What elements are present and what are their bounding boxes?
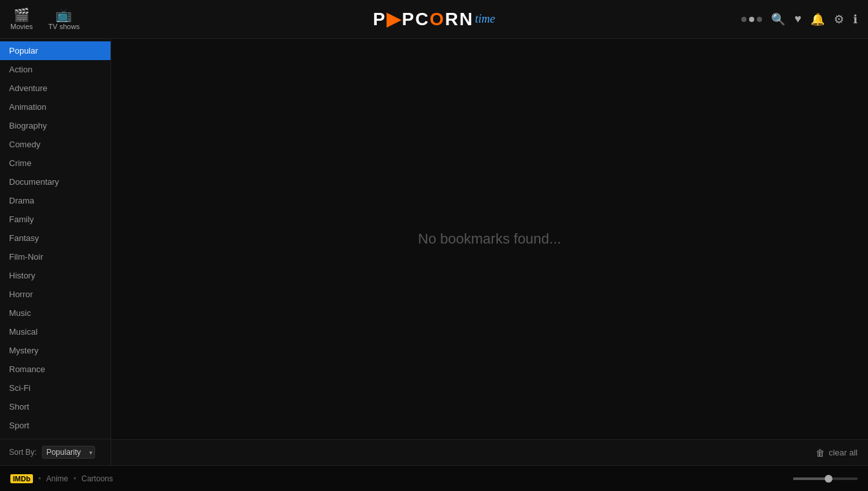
sort-label: Sort By:	[9, 448, 37, 457]
genre-item-biography[interactable]: Biography	[0, 116, 111, 135]
genre-item-family[interactable]: Family	[0, 210, 111, 229]
clear-all-label: clear all	[829, 448, 858, 457]
slider-area	[793, 477, 858, 480]
separator1: •	[38, 474, 41, 483]
sidebar: PopularActionAdventureAnimationBiography…	[0, 39, 111, 465]
sort-wrapper: PopularityRatingYearTitle ▾	[42, 446, 95, 459]
bottom-links: IMDb • Anime • Cartoons	[10, 474, 113, 483]
genre-item-animation[interactable]: Animation	[0, 98, 111, 116]
header-right: 🔍 ♥ 🔔 ⚙ ℹ	[741, 12, 858, 26]
genre-item-musical[interactable]: Musical	[0, 322, 111, 341]
settings-icon[interactable]: ⚙	[834, 12, 844, 26]
genre-item-sci-fi[interactable]: Sci-Fi	[0, 379, 111, 397]
movies-icon: 🎬	[14, 8, 30, 21]
genre-item-fantasy[interactable]: Fantasy	[0, 229, 111, 247]
genre-item-history[interactable]: History	[0, 266, 111, 285]
dots-area	[741, 17, 762, 22]
bottom-bar: IMDb • Anime • Cartoons	[0, 465, 868, 491]
separator2: •	[73, 474, 76, 483]
genre-item-film-noir[interactable]: Film-Noir	[0, 247, 111, 266]
anime-link[interactable]: Anime	[46, 474, 68, 483]
slider-fill	[793, 477, 829, 480]
nav-movies[interactable]: 🎬 Movies	[10, 8, 33, 30]
sidebar-footer: Sort By: PopularityRatingYearTitle ▾	[0, 439, 111, 465]
logo: P▶PCORN time	[373, 8, 495, 30]
genre-item-documentary[interactable]: Documentary	[0, 172, 111, 191]
info-icon[interactable]: ℹ	[853, 12, 858, 26]
empty-message: No bookmarks found...	[418, 231, 561, 247]
tvshows-label: TV shows	[48, 23, 79, 30]
sort-select[interactable]: PopularityRatingYearTitle	[42, 446, 95, 459]
content-area: No bookmarks found... 🗑 clear all	[111, 39, 868, 465]
genre-item-drama[interactable]: Drama	[0, 191, 111, 210]
content-main: No bookmarks found...	[111, 39, 868, 439]
notifications-icon[interactable]: 🔔	[810, 12, 825, 26]
logo-text: P▶PCORN	[373, 8, 474, 30]
slider-track[interactable]	[793, 477, 858, 480]
genre-item-popular[interactable]: Popular	[0, 41, 111, 60]
genre-list: PopularActionAdventureAnimationBiography…	[0, 39, 111, 439]
slider-thumb[interactable]	[825, 475, 832, 483]
genre-item-mystery[interactable]: Mystery	[0, 341, 111, 360]
genre-item-crime[interactable]: Crime	[0, 154, 111, 172]
header: 🎬 Movies 📺 TV shows P▶PCORN time 🔍 ♥ 🔔 ⚙…	[0, 0, 868, 39]
main-layout: PopularActionAdventureAnimationBiography…	[0, 39, 868, 465]
trash-icon: 🗑	[816, 448, 825, 458]
dot2	[749, 17, 754, 22]
genre-item-sport[interactable]: Sport	[0, 416, 111, 435]
genre-item-romance[interactable]: Romance	[0, 360, 111, 379]
genre-item-short[interactable]: Short	[0, 397, 111, 416]
genre-item-horror[interactable]: Horror	[0, 285, 111, 304]
tvshows-icon: 📺	[56, 8, 72, 21]
cartoons-link[interactable]: Cartoons	[81, 474, 113, 483]
dot3	[757, 17, 762, 22]
search-icon[interactable]: 🔍	[771, 12, 785, 26]
movies-label: Movies	[10, 23, 33, 30]
dot1	[741, 17, 746, 22]
genre-item-music[interactable]: Music	[0, 304, 111, 322]
bookmarks-icon[interactable]: ♥	[794, 12, 801, 26]
logo-time: time	[475, 12, 495, 26]
genre-item-adventure[interactable]: Adventure	[0, 79, 111, 98]
content-footer: 🗑 clear all	[111, 439, 868, 465]
genre-item-comedy[interactable]: Comedy	[0, 135, 111, 154]
genre-item-action[interactable]: Action	[0, 60, 111, 79]
header-left: 🎬 Movies 📺 TV shows	[10, 8, 79, 30]
imdb-badge[interactable]: IMDb	[10, 474, 33, 483]
clear-all-button[interactable]: 🗑 clear all	[816, 448, 858, 458]
nav-tvshows[interactable]: 📺 TV shows	[48, 8, 79, 30]
